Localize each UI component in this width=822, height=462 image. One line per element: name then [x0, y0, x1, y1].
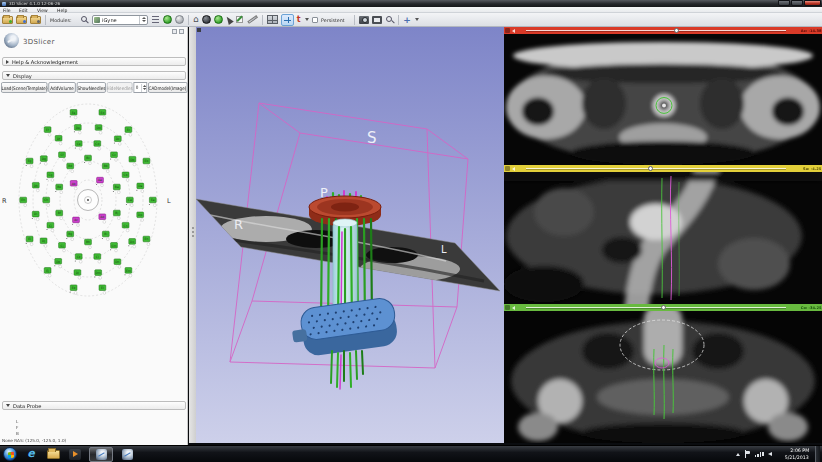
slice-offset-slider[interactable]: [526, 168, 786, 169]
template-empty-hole[interactable]: [59, 265, 62, 268]
data-probe-section-header[interactable]: Data Probe: [2, 401, 186, 410]
template-empty-hole[interactable]: [103, 292, 106, 295]
slider-handle[interactable]: [674, 28, 679, 33]
template-empty-hole[interactable]: [106, 170, 109, 173]
template-empty-hole[interactable]: [77, 224, 80, 227]
display-section-header[interactable]: Display: [2, 71, 186, 80]
module-history-icon[interactable]: [152, 16, 159, 17]
menu-file[interactable]: File: [3, 7, 11, 12]
template-empty-hole[interactable]: [63, 249, 66, 252]
template-empty-hole[interactable]: [89, 162, 92, 165]
template-empty-hole[interactable]: [126, 229, 129, 232]
magnify-icon[interactable]: [385, 15, 394, 24]
taskbar-slicer-active-button[interactable]: [89, 447, 113, 462]
fiducial-dropdown-icon[interactable]: [305, 18, 309, 21]
template-empty-hole[interactable]: [99, 276, 102, 279]
extensions-icon[interactable]: [202, 15, 211, 24]
help-section-header[interactable]: Help & Acknowledgement: [2, 57, 186, 66]
pin-icon[interactable]: [505, 305, 510, 310]
template-empty-hole[interactable]: [51, 229, 54, 232]
template-empty-hole[interactable]: [71, 238, 74, 241]
axial-mri-image[interactable]: [504, 34, 822, 165]
pin-icon[interactable]: [505, 28, 510, 33]
green-slice-view[interactable]: Co: -34.25: [504, 304, 822, 443]
template-empty-hole[interactable]: [51, 179, 54, 182]
menu-view[interactable]: View: [37, 7, 48, 12]
template-empty-hole[interactable]: [89, 246, 92, 249]
slice-offset-slider[interactable]: [526, 307, 786, 308]
hide-needles-button[interactable]: HideNeedles: [107, 82, 133, 93]
template-empty-hole[interactable]: [48, 274, 51, 277]
taskbar-explorer-icon[interactable]: [45, 447, 61, 461]
template-empty-hole[interactable]: [98, 260, 101, 263]
start-button[interactable]: [3, 447, 17, 461]
template-empty-hole[interactable]: [101, 184, 104, 187]
template-empty-hole[interactable]: [44, 245, 47, 248]
template-empty-hole[interactable]: [44, 162, 47, 165]
template-empty-hole[interactable]: [71, 170, 74, 173]
pin-icon[interactable]: [505, 166, 510, 171]
minimize-button[interactable]: [778, 0, 790, 6]
template-empty-hole[interactable]: [74, 187, 77, 190]
template-empty-hole[interactable]: [48, 133, 51, 136]
template-empty-hole[interactable]: [133, 245, 136, 248]
template-empty-hole[interactable]: [129, 133, 132, 136]
template-empty-hole[interactable]: [79, 147, 82, 150]
template-empty-hole[interactable]: [115, 159, 118, 162]
screenshot-icon[interactable]: [359, 16, 369, 24]
template-empty-hole[interactable]: [141, 219, 144, 222]
slice-offset-slider[interactable]: [526, 30, 786, 31]
template-empty-hole[interactable]: [130, 204, 133, 207]
annotation-icon[interactable]: [235, 15, 244, 24]
threed-view[interactable]: R L: [196, 27, 504, 443]
module-selector-combo[interactable]: iGyne: [92, 15, 148, 25]
add-dropdown-arrow-icon[interactable]: [415, 18, 419, 21]
template-empty-hole[interactable]: [153, 204, 156, 207]
mouse-interact-icon[interactable]: [224, 15, 234, 25]
scene-view-icon[interactable]: [372, 16, 382, 24]
slice-menu-icon[interactable]: [512, 167, 515, 171]
close-button[interactable]: [804, 0, 821, 6]
taskbar-clock[interactable]: 2:06 PM 5/21/2013: [778, 447, 809, 461]
ruler-icon[interactable]: [247, 15, 257, 23]
network-icon[interactable]: [755, 451, 762, 457]
crosshair-button[interactable]: [281, 14, 294, 26]
taskbar-ie-icon[interactable]: e: [23, 447, 39, 461]
scene-module-icon[interactable]: [214, 15, 223, 24]
fiducial-marker-icon[interactable]: t: [297, 15, 301, 25]
template-empty-hole[interactable]: [106, 238, 109, 241]
save-scene-icon[interactable]: [30, 16, 41, 24]
module-search-icon[interactable]: [80, 15, 89, 24]
load-scene-template-button[interactable]: Load(Scene/Template): [1, 82, 47, 93]
spinbox-arrows-icon[interactable]: [141, 84, 147, 92]
template-empty-hole[interactable]: [129, 274, 132, 277]
template-empty-hole[interactable]: [36, 218, 39, 221]
template-empty-hole[interactable]: [117, 217, 120, 220]
home-module-icon[interactable]: ⌂: [193, 15, 199, 24]
template-empty-hole[interactable]: [141, 190, 144, 193]
module-forward-icon[interactable]: [175, 15, 184, 24]
red-slice-view[interactable]: Ax: -14.38: [504, 27, 822, 165]
template-empty-hole[interactable]: [115, 249, 118, 252]
template-empty-hole[interactable]: [103, 116, 106, 119]
template-empty-hole[interactable]: [74, 292, 77, 295]
menu-help[interactable]: Help: [57, 7, 67, 12]
needle-count-spinbox[interactable]: 0: [133, 82, 147, 93]
module-back-icon[interactable]: [163, 15, 172, 24]
combo-spinner-icon[interactable]: [139, 16, 146, 24]
template-empty-hole[interactable]: [147, 165, 150, 168]
slice-menu-icon[interactable]: [512, 29, 515, 33]
persistent-checkbox[interactable]: [312, 17, 318, 23]
panel-hide-icon[interactable]: [179, 29, 184, 34]
needle-template-diagram[interactable]: AaAbAcAdBaBbBcBdBeBfBgBhBiBjCaCbCcCdCeCf…: [0, 97, 188, 329]
sagittal-mri-image[interactable]: [504, 172, 822, 304]
load-dicom-icon[interactable]: [16, 16, 27, 24]
view-pin-icon[interactable]: [197, 28, 201, 32]
template-empty-hole[interactable]: [24, 204, 27, 207]
cad-model-button[interactable]: CADmodel(Image): [148, 82, 188, 93]
template-empty-hole[interactable]: [63, 159, 66, 162]
template-empty-hole[interactable]: [78, 131, 81, 134]
volume-icon[interactable]: [768, 452, 772, 456]
slider-handle[interactable]: [648, 166, 653, 171]
slice-menu-icon[interactable]: [512, 306, 515, 310]
